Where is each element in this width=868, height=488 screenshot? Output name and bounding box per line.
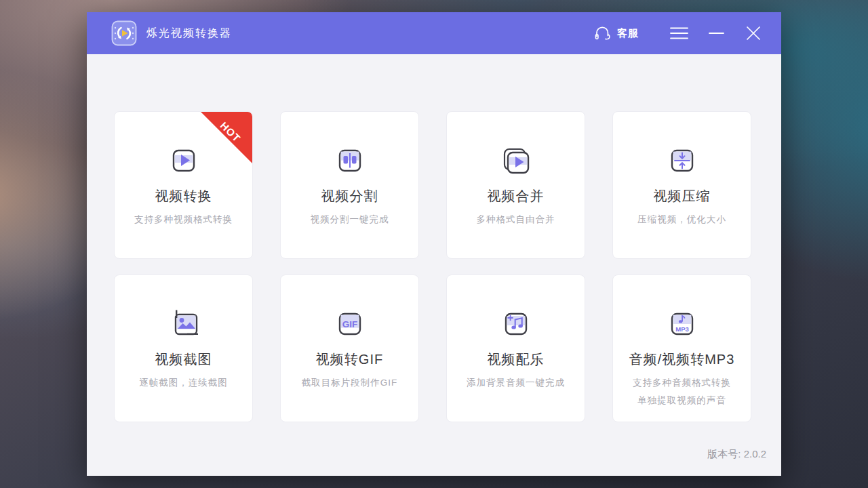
close-button[interactable] xyxy=(746,26,761,41)
card-title: 视频分割 xyxy=(321,187,378,205)
card-title: 视频压缩 xyxy=(654,187,711,205)
main-content: HOT 视频转换 支持多种视频格式转换 xyxy=(87,54,781,476)
card-subtitle: 逐帧截图，连续截图 xyxy=(139,377,228,389)
card-subtitle: 添加背景音频一键完成 xyxy=(467,377,565,389)
titlebar: 烁光视频转换器 客服 xyxy=(87,12,781,54)
hot-badge: HOT xyxy=(201,112,252,163)
card-subtitle: 压缩视频，优化大小 xyxy=(637,214,726,226)
card-subtitle: 多种格式自由合并 xyxy=(477,214,555,226)
close-icon xyxy=(746,26,761,41)
video-music-icon xyxy=(500,308,532,340)
minimize-button[interactable] xyxy=(709,26,724,40)
card-video-music[interactable]: 视频配乐 添加背景音频一键完成 xyxy=(446,274,585,422)
card-video-merge[interactable]: 视频合并 多种格式自由合并 xyxy=(446,111,585,259)
card-video-split[interactable]: 视频分割 视频分割一键完成 xyxy=(280,111,419,259)
card-subtitle: 视频分割一键完成 xyxy=(311,214,389,226)
hamburger-icon xyxy=(670,26,688,40)
video-merge-icon xyxy=(500,144,532,177)
video-screenshot-icon xyxy=(167,308,200,340)
support-label: 客服 xyxy=(617,27,639,40)
support-button[interactable]: 客服 xyxy=(594,25,639,42)
card-video-compress[interactable]: 视频压缩 压缩视频，优化大小 xyxy=(612,111,751,259)
card-video-convert[interactable]: HOT 视频转换 支持多种视频格式转换 xyxy=(114,111,253,259)
card-title: 视频转换 xyxy=(155,187,212,205)
card-video-to-gif[interactable]: GIF 视频转GIF 截取目标片段制作GIF xyxy=(280,274,419,422)
audio-to-mp3-icon: MP3 xyxy=(666,308,698,340)
app-title: 烁光视频转换器 xyxy=(146,26,232,41)
video-compress-icon xyxy=(666,144,698,177)
menu-button[interactable] xyxy=(670,26,688,40)
feature-grid: HOT 视频转换 支持多种视频格式转换 xyxy=(114,111,751,422)
svg-text:MP3: MP3 xyxy=(675,325,689,333)
card-title: 视频配乐 xyxy=(488,350,545,369)
card-subtitle: 支持多种音频格式转换 xyxy=(633,377,731,389)
app-window: 烁光视频转换器 客服 xyxy=(87,12,781,476)
app-logo-icon xyxy=(111,20,137,46)
card-subtitle-2: 单独提取视频的声音 xyxy=(637,394,726,407)
card-subtitle: 截取目标片段制作GIF xyxy=(302,377,398,389)
minimize-icon xyxy=(709,26,724,40)
headset-icon xyxy=(594,25,611,42)
card-subtitle: 支持多种视频格式转换 xyxy=(134,214,233,226)
card-audio-to-mp3[interactable]: MP3 音频/视频转MP3 支持多种音频格式转换 单独提取视频的声音 xyxy=(612,274,751,422)
svg-text:GIF: GIF xyxy=(342,319,357,329)
version-label: 版本号: 2.0.2 xyxy=(707,448,766,461)
card-title: 视频转GIF xyxy=(316,350,383,369)
card-title: 视频合并 xyxy=(488,187,545,205)
video-to-gif-icon: GIF xyxy=(334,308,366,340)
video-split-icon xyxy=(334,144,366,177)
card-title: 视频截图 xyxy=(155,350,212,369)
video-convert-icon xyxy=(167,144,200,177)
card-title: 音频/视频转MP3 xyxy=(629,350,735,369)
card-video-screenshot[interactable]: 视频截图 逐帧截图，连续截图 xyxy=(114,274,253,422)
